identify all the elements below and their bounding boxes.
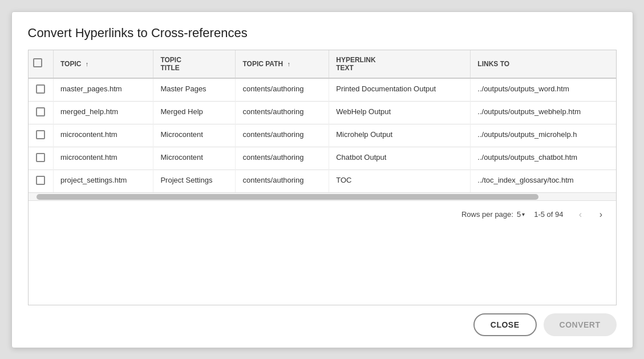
row-checkbox[interactable] — [36, 153, 45, 162]
close-button[interactable]: CLOSE — [473, 313, 537, 336]
row-hyperlink-text: TOC — [329, 170, 471, 192]
row-checkbox[interactable] — [36, 84, 45, 94]
row-links-to: ../outputs/outputs_word.htm — [471, 78, 616, 102]
col-topic-path[interactable]: TOPIC PATH ↑ — [236, 50, 329, 78]
row-topic-path: contents/authoring — [236, 124, 329, 147]
row-checkbox-cell[interactable] — [29, 124, 54, 147]
dialog-title: Convert Hyperlinks to Cross-references — [12, 12, 633, 50]
next-page-button[interactable]: › — [593, 207, 609, 223]
table-row: microcontent.htm Microcontent contents/a… — [29, 147, 616, 170]
dialog-actions: CLOSE CONVERT — [12, 305, 633, 348]
dialog: Convert Hyperlinks to Cross-references T… — [11, 11, 633, 348]
row-links-to: ../outputs/outputs_chatbot.htm — [471, 147, 616, 170]
convert-button[interactable]: CONVERT — [544, 313, 617, 336]
row-topic-title: Microcontent — [153, 147, 236, 170]
row-links-to: ../toc_index_glossary/toc.htm — [471, 170, 616, 192]
row-topic-title: Project Settings — [153, 170, 236, 192]
table-row: master_pages.htm Master Pages contents/a… — [29, 78, 616, 102]
rows-per-page-label: Rows per page: — [461, 210, 513, 219]
row-topic-path: contents/authoring — [236, 170, 329, 192]
row-topic: project_settings.htm — [54, 170, 153, 192]
row-topic: microcontent.htm — [54, 124, 153, 147]
col-topic[interactable]: TOPIC ↑ — [54, 50, 153, 78]
table-body: master_pages.htm Master Pages contents/a… — [29, 78, 616, 192]
row-topic-path: contents/authoring — [236, 147, 329, 170]
row-hyperlink-text: Printed Documentation Output — [329, 78, 471, 102]
row-links-to: ../outputs/outputs_microhelp.h — [471, 124, 616, 147]
row-topic-title: Master Pages — [153, 78, 236, 102]
row-checkbox-cell[interactable] — [29, 147, 54, 170]
table-row: microcontent.htm Microcontent contents/a… — [29, 124, 616, 147]
rows-per-page: Rows per page: 5 ▾ — [461, 210, 525, 219]
row-checkbox-cell[interactable] — [29, 78, 54, 102]
table-row: project_settings.htm Project Settings co… — [29, 170, 616, 192]
col-topic-title: TOPICTITLE — [153, 50, 236, 78]
row-topic: microcontent.htm — [54, 147, 153, 170]
row-topic: merged_help.htm — [54, 101, 153, 124]
row-topic-title: Merged Help — [153, 101, 236, 124]
pagination-info: 1-5 of 94 — [534, 210, 563, 219]
data-table: TOPIC ↑ TOPICTITLE TOPIC PATH ↑ HYPERLIN… — [29, 50, 616, 192]
row-checkbox-cell[interactable] — [29, 101, 54, 124]
row-checkbox[interactable] — [36, 130, 45, 139]
select-all-checkbox[interactable] — [33, 58, 42, 67]
topic-sort-icon: ↑ — [86, 60, 89, 67]
table-wrapper: TOPIC ↑ TOPICTITLE TOPIC PATH ↑ HYPERLIN… — [28, 50, 617, 305]
prev-page-button[interactable]: ‹ — [573, 207, 589, 223]
scrollbar-thumb[interactable] — [37, 194, 538, 200]
row-topic-path: contents/authoring — [236, 101, 329, 124]
row-topic-title: Microcontent — [153, 124, 236, 147]
select-all-header[interactable] — [29, 50, 54, 78]
topic-path-sort-icon: ↑ — [287, 60, 290, 67]
row-hyperlink-text: Chatbot Output — [329, 147, 471, 170]
row-checkbox-cell[interactable] — [29, 170, 54, 192]
horizontal-scrollbar[interactable] — [29, 192, 616, 200]
col-hyperlink-text: HYPERLINKTEXT — [329, 50, 471, 78]
row-checkbox[interactable] — [36, 176, 45, 185]
table-row: merged_help.htm Merged Help contents/aut… — [29, 101, 616, 124]
rows-per-page-chevron-icon: ▾ — [522, 211, 525, 217]
row-checkbox[interactable] — [36, 107, 45, 116]
row-topic: master_pages.htm — [54, 78, 153, 102]
footer-bar: Rows per page: 5 ▾ 1-5 of 94 ‹ › — [29, 200, 616, 228]
col-links-to: LINKS TO — [471, 50, 616, 78]
row-hyperlink-text: Microhelp Output — [329, 124, 471, 147]
rows-per-page-value: 5 — [517, 210, 521, 219]
row-hyperlink-text: WebHelp Output — [329, 101, 471, 124]
rows-per-page-select[interactable]: 5 ▾ — [517, 210, 525, 219]
table-scroll[interactable]: TOPIC ↑ TOPICTITLE TOPIC PATH ↑ HYPERLIN… — [29, 50, 616, 228]
row-topic-path: contents/authoring — [236, 78, 329, 102]
table-header-row: TOPIC ↑ TOPICTITLE TOPIC PATH ↑ HYPERLIN… — [29, 50, 616, 78]
row-links-to: ../outputs/outputs_webhelp.htm — [471, 101, 616, 124]
